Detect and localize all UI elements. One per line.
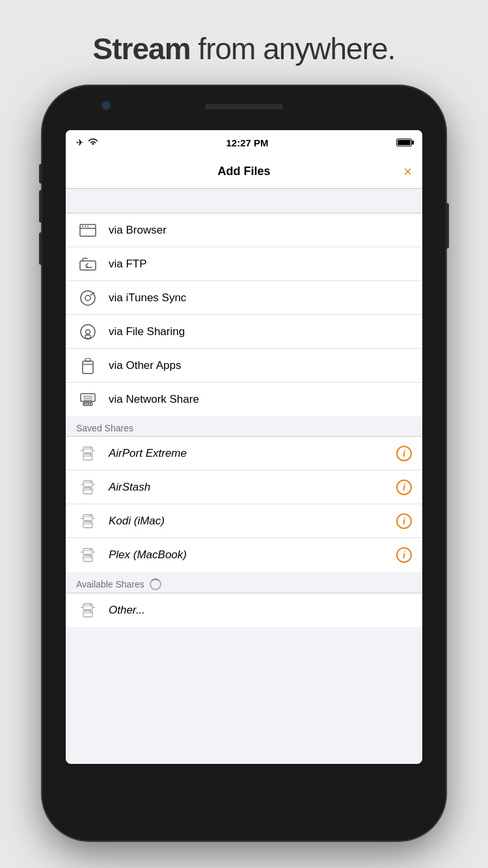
list-item-browser[interactable]: via Browser [66,213,422,247]
list-item-otherapps[interactable]: via Other Apps [66,349,422,383]
wifi-icon [88,137,98,148]
airplane-icon: ✈ [76,137,84,148]
add-options-list: via Browser via FTP [66,213,422,416]
kodi-icon [76,509,100,533]
svg-point-3 [85,226,86,227]
svg-rect-14 [83,361,93,373]
phone-speaker [205,104,283,109]
networkshare-icon [76,388,100,411]
phone-frame: ✈ 12:27 PM Add Files × [42,86,446,841]
svg-rect-51 [83,556,92,562]
svg-point-55 [90,556,91,558]
airport-icon [76,442,100,465]
status-bar: ✈ 12:27 PM [66,130,422,155]
airstash-label: AirStash [109,481,396,494]
filesharing-label: via File Sharing [109,325,412,338]
close-button[interactable]: × [403,163,412,180]
svg-rect-42 [83,515,92,521]
svg-rect-27 [83,454,92,460]
status-time: 12:27 PM [226,137,268,148]
networkshare-label: via Network Share [109,393,412,406]
svg-rect-35 [83,488,92,494]
content-scroll[interactable]: via Browser via FTP [66,189,422,764]
nav-title: Add Files [217,165,270,178]
list-item-filesharing[interactable]: via File Sharing [66,315,422,349]
list-item-airstash[interactable]: AirStash i [66,470,422,504]
svg-point-8 [85,295,90,301]
other-icon [76,599,100,622]
tagline-bold: Stream [93,32,191,66]
list-item-airport[interactable]: AirPort Extreme i [66,437,422,470]
saved-shares-label: Saved Shares [76,423,133,433]
battery-fill [398,140,411,145]
svg-rect-43 [83,522,92,528]
list-item-ftp[interactable]: via FTP [66,247,422,281]
svg-point-47 [90,522,91,523]
nav-bar: Add Files × [66,155,422,189]
mute-button[interactable] [39,164,42,183]
loading-spinner [150,578,161,590]
airstash-info-button[interactable]: i [396,480,412,495]
status-right [396,139,412,146]
svg-point-54 [90,549,91,550]
volume-down-button[interactable] [39,232,42,265]
other-label: Other... [109,604,412,617]
svg-point-30 [90,447,91,448]
itunes-label: via iTunes Sync [109,292,412,305]
svg-rect-59 [83,611,92,617]
airstash-icon [76,476,100,499]
power-button[interactable] [446,203,449,249]
browser-label: via Browser [109,224,412,237]
airport-label: AirPort Extreme [109,447,396,460]
list-item-other[interactable]: Other... [66,593,422,627]
tagline-rest: from anywhere. [191,32,396,66]
filesharing-icon [76,320,100,344]
plex-icon [76,543,100,567]
battery-icon [396,139,412,146]
kodi-info-button[interactable]: i [396,513,412,529]
kodi-label: Kodi (iMac) [109,515,396,528]
svg-rect-50 [83,549,92,554]
list-item-itunes[interactable]: via iTunes Sync [66,281,422,315]
list-item-kodi[interactable]: Kodi (iMac) i [66,504,422,538]
svg-point-2 [82,226,83,227]
svg-rect-5 [80,261,96,270]
svg-point-4 [87,226,88,227]
available-shares-list: Other... [66,593,422,627]
available-shares-header: Available Shares [66,572,422,593]
otherapps-label: via Other Apps [109,359,412,372]
screen: ✈ 12:27 PM Add Files × [66,130,422,764]
otherapps-icon [76,354,100,377]
itunes-icon [76,286,100,310]
ftp-label: via FTP [109,258,412,271]
plex-label: Plex (MacBook) [109,549,396,562]
status-left: ✈ [76,137,98,148]
svg-rect-12 [85,335,90,338]
top-divider [66,189,422,213]
svg-point-31 [90,454,91,455]
plex-info-button[interactable]: i [396,547,412,563]
svg-rect-16 [85,359,90,361]
svg-point-10 [81,325,95,339]
tagline: Stream from anywhere. [93,31,396,66]
phone-camera [101,100,111,111]
svg-rect-26 [83,447,92,453]
list-item-plex[interactable]: Plex (MacBook) i [66,538,422,572]
svg-point-39 [90,488,91,489]
ftp-icon [76,252,100,276]
list-item-networkshare[interactable]: via Network Share [66,383,422,416]
browser-icon [76,219,100,242]
svg-point-46 [90,515,91,516]
available-shares-label: Available Shares [76,579,144,590]
volume-up-button[interactable] [39,190,42,223]
airport-info-button[interactable]: i [396,446,412,461]
svg-point-38 [90,481,91,482]
svg-rect-34 [83,481,92,487]
saved-shares-list: AirPort Extreme i [66,437,422,572]
svg-rect-58 [83,604,92,610]
svg-point-63 [90,612,91,613]
svg-point-62 [90,604,91,606]
svg-point-11 [86,329,90,334]
saved-shares-header: Saved Shares [66,416,422,437]
